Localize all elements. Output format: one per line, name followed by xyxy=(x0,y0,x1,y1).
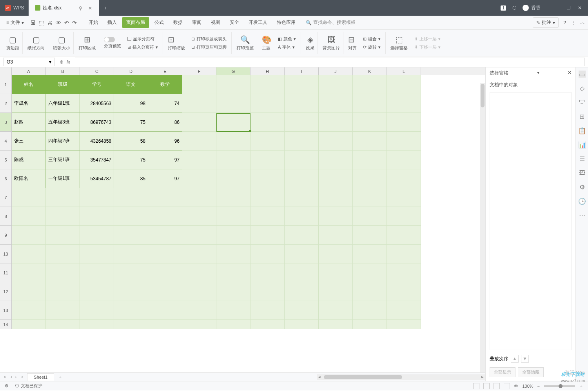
cell[interactable] xyxy=(387,320,421,329)
cell[interactable] xyxy=(353,188,387,207)
cell[interactable]: 75 xyxy=(114,113,148,132)
orientation-button[interactable]: ▢纸张方向 xyxy=(24,32,48,54)
move-down-button[interactable]: ▼ xyxy=(521,355,529,363)
cell[interactable]: 58 xyxy=(114,132,148,151)
row-header[interactable]: 7 xyxy=(0,188,12,207)
minimize-button[interactable]: — xyxy=(555,5,559,11)
cell[interactable] xyxy=(216,282,250,301)
wps-logo[interactable]: W WPS xyxy=(0,5,29,11)
cell[interactable] xyxy=(285,320,319,329)
cell[interactable] xyxy=(285,245,319,263)
row-header[interactable]: 5 xyxy=(0,151,12,169)
row-header[interactable]: 8 xyxy=(0,207,12,226)
cell[interactable] xyxy=(353,207,387,226)
formula-input[interactable] xyxy=(75,58,585,66)
cell[interactable] xyxy=(285,75,319,94)
cell[interactable]: 班级 xyxy=(46,75,80,94)
print-area-button[interactable]: ⊞打印区域 xyxy=(75,32,99,54)
cell[interactable]: 五年级3班 xyxy=(46,113,80,132)
tab-dev-tools[interactable]: 开发工具 xyxy=(245,17,271,28)
cell[interactable] xyxy=(80,226,114,245)
cell[interactable] xyxy=(387,132,421,151)
cell[interactable] xyxy=(80,320,114,329)
col-header[interactable]: F xyxy=(182,67,216,75)
add-tab-button[interactable]: ＋ xyxy=(99,5,112,11)
cell[interactable] xyxy=(319,113,353,132)
tab-view[interactable]: 视图 xyxy=(207,17,224,28)
cell[interactable] xyxy=(319,188,353,207)
cell[interactable]: 张三 xyxy=(12,132,46,151)
cell[interactable] xyxy=(285,113,319,132)
cell[interactable] xyxy=(216,113,250,132)
print-scale-button[interactable]: ⊡打印缩放 xyxy=(168,35,185,51)
collapse-ribbon-icon[interactable]: ︿ xyxy=(580,19,585,26)
next-sheet-icon[interactable]: › xyxy=(15,374,18,379)
cell[interactable] xyxy=(319,226,353,245)
show-pagebreak-checkbox[interactable]: 显示分页符 xyxy=(126,35,160,43)
cell[interactable] xyxy=(387,94,421,113)
alert-icon[interactable]: ⬡ xyxy=(512,5,516,11)
normal-view-icon[interactable] xyxy=(483,383,490,389)
cell[interactable] xyxy=(353,169,387,188)
cell[interactable] xyxy=(12,282,46,301)
tab-review[interactable]: 审阅 xyxy=(188,17,205,28)
cell[interactable] xyxy=(182,94,216,113)
more-icon[interactable]: ⋯ xyxy=(579,212,586,219)
cell[interactable] xyxy=(250,188,285,207)
cell[interactable] xyxy=(46,320,80,329)
cell[interactable] xyxy=(216,75,250,94)
cell[interactable] xyxy=(12,245,46,263)
notification-badge[interactable]: 1 xyxy=(501,5,506,11)
col-header[interactable]: C xyxy=(80,67,114,75)
cell[interactable] xyxy=(387,151,421,169)
cell[interactable] xyxy=(46,207,80,226)
zoom-out-icon[interactable]: − xyxy=(537,384,540,388)
cell[interactable]: 97 xyxy=(148,151,182,169)
cell[interactable] xyxy=(114,263,148,282)
col-header[interactable]: A xyxy=(12,67,46,75)
scroll-thumb[interactable] xyxy=(481,84,485,107)
tab-special[interactable]: 特色应用 xyxy=(273,17,299,28)
cell[interactable] xyxy=(148,207,182,226)
style-icon[interactable]: ◇ xyxy=(579,85,586,92)
tab-formula[interactable]: 公式 xyxy=(151,17,168,28)
cell[interactable] xyxy=(285,169,319,188)
cell[interactable] xyxy=(12,207,46,226)
cell[interactable] xyxy=(80,245,114,263)
cell[interactable]: 53454787 xyxy=(80,169,114,188)
zoom-slider[interactable] xyxy=(544,385,575,387)
row-header[interactable]: 10 xyxy=(0,245,12,263)
horizontal-scrollbar[interactable]: ◂ ▸ xyxy=(317,374,485,380)
cell[interactable] xyxy=(319,245,353,263)
cell[interactable] xyxy=(182,151,216,169)
bg-image-button[interactable]: 🖼背景图片 xyxy=(319,32,343,54)
cell[interactable] xyxy=(250,113,285,132)
cell[interactable] xyxy=(12,226,46,245)
cell[interactable]: 86 xyxy=(148,113,182,132)
col-header[interactable]: B xyxy=(46,67,80,75)
col-header[interactable]: I xyxy=(285,67,319,75)
cell[interactable] xyxy=(319,320,353,329)
cell[interactable] xyxy=(250,94,285,113)
add-sheet-button[interactable]: ＋ xyxy=(54,374,66,380)
cell[interactable] xyxy=(148,320,182,329)
cell[interactable] xyxy=(353,320,387,329)
cell[interactable] xyxy=(216,301,250,320)
maximize-button[interactable]: ☐ xyxy=(566,5,571,11)
col-header[interactable]: J xyxy=(319,67,353,75)
cell[interactable] xyxy=(353,94,387,113)
cell[interactable] xyxy=(182,301,216,320)
font-button[interactable]: A字体▾ xyxy=(276,44,298,51)
cell[interactable] xyxy=(216,207,250,226)
cell[interactable] xyxy=(114,301,148,320)
col-header[interactable]: G xyxy=(216,67,250,75)
cell[interactable]: 74 xyxy=(148,94,182,113)
cell[interactable] xyxy=(319,132,353,151)
cell[interactable] xyxy=(285,282,319,301)
color-button[interactable]: ◧颜色▾ xyxy=(276,35,298,43)
save-icon[interactable]: 🖫 xyxy=(30,20,36,26)
reading-view-icon[interactable] xyxy=(504,383,510,389)
image-icon[interactable]: 🖼 xyxy=(579,169,586,176)
cell[interactable] xyxy=(182,75,216,94)
pagebreak-preview-button[interactable] xyxy=(104,37,121,42)
